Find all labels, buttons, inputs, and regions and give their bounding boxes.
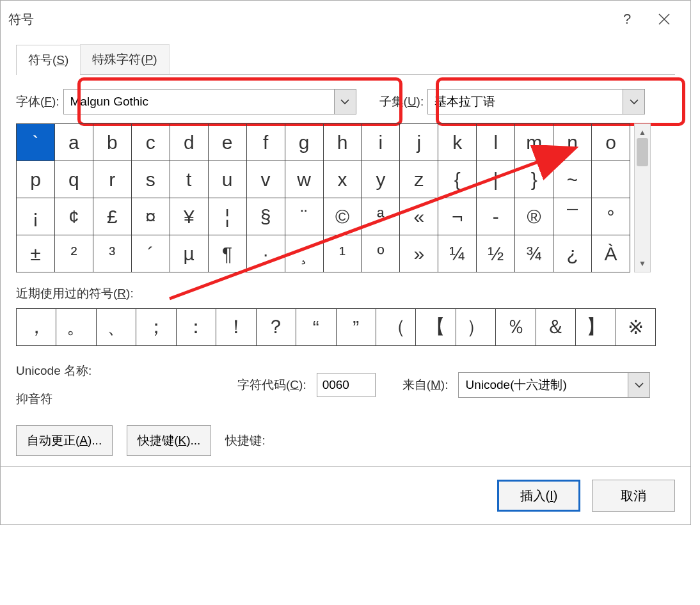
symbol-cell[interactable]: f <box>247 124 285 161</box>
symbol-cell[interactable]: ` <box>17 124 55 161</box>
close-button[interactable] <box>646 1 683 38</box>
symbol-cell[interactable]: · <box>247 235 285 272</box>
symbol-cell[interactable]: © <box>324 198 362 235</box>
recent-symbol-cell[interactable]: 【 <box>416 309 456 346</box>
symbol-cell[interactable]: § <box>247 198 285 235</box>
scroll-down-icon[interactable]: ▼ <box>639 259 646 268</box>
symbol-cell[interactable]: » <box>400 235 438 272</box>
scroll-up-icon[interactable]: ▲ <box>639 128 646 137</box>
symbol-cell[interactable]: ´ <box>132 235 170 272</box>
subset-input[interactable] <box>428 90 623 114</box>
symbol-cell[interactable]: ¡ <box>17 198 55 235</box>
tab-symbols[interactable]: 符号(S) <box>16 45 81 75</box>
font-combo[interactable] <box>63 89 356 114</box>
symbol-cell[interactable]: ¦ <box>209 198 247 235</box>
symbol-cell[interactable]: ® <box>515 198 553 235</box>
scroll-thumb[interactable] <box>637 138 648 166</box>
from-input[interactable] <box>459 373 628 397</box>
symbol-cell[interactable]: w <box>285 161 324 198</box>
chevron-down-icon[interactable] <box>623 90 644 114</box>
cancel-button[interactable]: 取消 <box>592 480 675 512</box>
symbol-cell[interactable]: q <box>55 161 93 198</box>
symbol-cell[interactable]: ¿ <box>553 235 592 272</box>
symbol-cell[interactable]: m <box>515 124 553 161</box>
recent-symbol-cell[interactable]: ） <box>456 309 496 346</box>
symbol-cell[interactable]: ¾ <box>515 235 553 272</box>
shortcut-key-button[interactable]: 快捷键(K)... <box>127 425 211 456</box>
help-button[interactable]: ? <box>609 1 646 38</box>
symbol-cell[interactable]: ¹ <box>324 235 362 272</box>
subset-combo[interactable] <box>427 89 645 114</box>
symbol-cell[interactable]: d <box>170 124 209 161</box>
recent-symbol-cell[interactable]: ％ <box>496 309 536 346</box>
char-code-input[interactable] <box>317 373 376 397</box>
symbol-cell[interactable]: o <box>592 124 630 161</box>
symbol-cell[interactable]: | <box>477 161 515 198</box>
symbol-cell[interactable]: « <box>400 198 438 235</box>
recent-symbol-cell[interactable]: 、 <box>97 309 136 346</box>
symbol-cell[interactable]: ¢ <box>55 198 93 235</box>
symbol-cell[interactable]: ¬ <box>438 198 477 235</box>
recent-symbol-cell[interactable]: ， <box>17 309 56 346</box>
symbol-cell[interactable]: ° <box>592 198 630 235</box>
symbol-cell[interactable]: p <box>17 161 55 198</box>
symbol-cell[interactable]: e <box>209 124 247 161</box>
recent-symbol-cell[interactable]: ； <box>136 309 176 346</box>
symbol-cell[interactable]: - <box>477 198 515 235</box>
symbol-cell[interactable]: g <box>285 124 324 161</box>
font-input[interactable] <box>64 90 334 114</box>
recent-symbol-cell[interactable]: ？ <box>257 309 296 346</box>
symbol-cell[interactable]: y <box>362 161 400 198</box>
symbol-cell[interactable]: b <box>93 124 132 161</box>
insert-button[interactable]: 插入(I) <box>497 480 580 512</box>
recent-symbol-cell[interactable]: ” <box>337 309 376 346</box>
chevron-down-icon[interactable] <box>334 90 356 114</box>
symbol-cell[interactable]: ~ <box>553 161 592 198</box>
symbol-cell[interactable]: j <box>400 124 438 161</box>
symbol-cell[interactable]: v <box>247 161 285 198</box>
recent-symbol-cell[interactable]: 。 <box>56 309 96 346</box>
symbol-cell[interactable]: µ <box>170 235 209 272</box>
symbol-cell[interactable]: r <box>93 161 132 198</box>
symbol-cell[interactable]: i <box>362 124 400 161</box>
autocorrect-button[interactable]: 自动更正(A)... <box>16 425 113 456</box>
symbol-cell[interactable]: s <box>132 161 170 198</box>
symbol-cell[interactable]: ² <box>55 235 93 272</box>
symbol-cell[interactable]: ½ <box>477 235 515 272</box>
symbol-cell[interactable]: a <box>55 124 93 161</box>
symbol-cell[interactable]: } <box>515 161 553 198</box>
symbol-cell[interactable]: t <box>170 161 209 198</box>
symbol-cell[interactable]: ¸ <box>285 235 324 272</box>
recent-symbol-cell[interactable]: （ <box>376 309 416 346</box>
symbol-cell[interactable]: l <box>477 124 515 161</box>
chevron-down-icon[interactable] <box>628 373 649 397</box>
recent-symbol-cell[interactable]: “ <box>296 309 336 346</box>
tab-special-chars[interactable]: 特殊字符(P) <box>80 44 169 74</box>
symbol-cell[interactable]: k <box>438 124 477 161</box>
from-combo[interactable] <box>458 372 650 398</box>
symbol-cell[interactable]: À <box>592 235 630 272</box>
recent-symbol-cell[interactable]: ！ <box>216 309 256 346</box>
symbol-cell[interactable]: ¯ <box>553 198 592 235</box>
symbol-cell[interactable]: z <box>400 161 438 198</box>
symbol-cell[interactable]: ¶ <box>209 235 247 272</box>
symbol-cell[interactable]: c <box>132 124 170 161</box>
symbol-cell[interactable]: n <box>553 124 592 161</box>
recent-symbol-cell[interactable]: 】 <box>576 309 616 346</box>
symbol-cell[interactable]: ³ <box>93 235 132 272</box>
symbol-cell[interactable]: ¥ <box>170 198 209 235</box>
recent-symbol-cell[interactable]: ： <box>177 309 216 346</box>
symbol-cell[interactable]: ¨ <box>285 198 324 235</box>
symbol-cell[interactable]: ¤ <box>132 198 170 235</box>
symbol-cell[interactable]: ± <box>17 235 55 272</box>
symbol-cell[interactable]: ª <box>362 198 400 235</box>
symbol-cell[interactable]: ¼ <box>438 235 477 272</box>
symbol-cell[interactable]: h <box>324 124 362 161</box>
symbol-cell[interactable]: £ <box>93 198 132 235</box>
recent-symbol-cell[interactable]: ※ <box>616 309 656 346</box>
symbol-scrollbar[interactable]: ▲ ▼ <box>634 123 651 272</box>
symbol-cell[interactable] <box>592 161 630 198</box>
symbol-cell[interactable]: { <box>438 161 477 198</box>
symbol-cell[interactable]: x <box>324 161 362 198</box>
symbol-cell[interactable]: º <box>362 235 400 272</box>
